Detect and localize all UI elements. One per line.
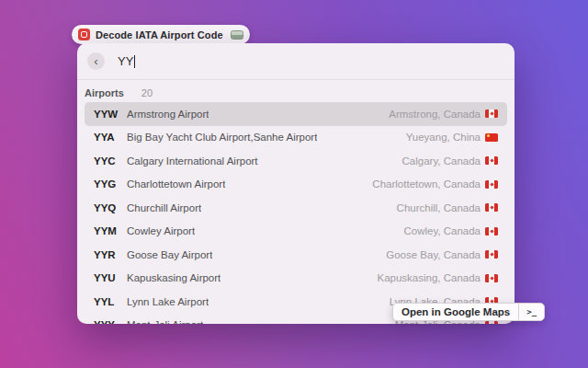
- airport-code: YYU: [94, 272, 127, 283]
- airport-row[interactable]: YYA Big Bay Yacht Club Airport,Sanhe Air…: [85, 126, 507, 150]
- airport-code: YYY: [94, 319, 127, 324]
- country-flag-icon: [485, 156, 498, 165]
- text-caret: [134, 55, 135, 68]
- terminal-shortcut-icon: >_: [519, 304, 544, 320]
- open-in-google-maps-action[interactable]: Open in Google Maps >_: [392, 303, 545, 321]
- airport-location: Kapuskasing, Canada: [377, 272, 481, 283]
- action-label: Open in Google Maps: [393, 306, 518, 317]
- airport-name: Big Bay Yacht Club Airport,Sanhe Airport: [127, 132, 317, 143]
- airport-row[interactable]: YYW Armstrong Airport Armstrong, Canada: [85, 102, 507, 126]
- airport-code: YYR: [94, 249, 127, 260]
- airport-code: YYQ: [94, 202, 127, 213]
- airport-row[interactable]: YYC Calgary International Airport Calgar…: [85, 149, 507, 173]
- airport-name: Charlottetown Airport: [127, 178, 225, 190]
- airport-row[interactable]: YYM Cowley Airport Cowley, Canada: [85, 220, 507, 244]
- airport-list: YYW Armstrong Airport Armstrong, Canada …: [77, 102, 514, 324]
- airport-name: Churchill Airport: [127, 202, 201, 213]
- search-input[interactable]: YY: [118, 54, 135, 68]
- airport-name: Armstrong Airport: [127, 109, 209, 120]
- section-header: Airports 20: [77, 80, 514, 102]
- country-flag-icon: [485, 227, 498, 236]
- airport-location: Cowley, Canada: [403, 225, 481, 236]
- back-button[interactable]: ‹: [87, 52, 105, 70]
- airport-name: Lynn Lake Airport: [127, 296, 209, 307]
- airport-code: YYL: [94, 296, 127, 307]
- airport-location: Churchill, Canada: [397, 202, 481, 213]
- printer-icon: [231, 30, 243, 40]
- search-value: YY: [118, 54, 133, 68]
- country-flag-icon: [485, 203, 498, 212]
- airport-code: YYM: [94, 225, 127, 236]
- airport-name: Kapuskasing Airport: [127, 272, 220, 283]
- extension-icon: [78, 29, 90, 40]
- launcher-panel: ‹ YY Airports 20 YYW Armstrong Airport A…: [77, 43, 514, 324]
- airport-code: YYW: [94, 109, 127, 120]
- airport-row[interactable]: YYR Goose Bay Airport Goose Bay, Canada: [85, 243, 507, 267]
- airport-name: Cowley Airport: [127, 225, 195, 236]
- country-flag-icon: [485, 250, 498, 259]
- airport-row[interactable]: YYU Kapuskasing Airport Kapuskasing, Can…: [85, 267, 507, 291]
- airport-row[interactable]: YYG Charlottetown Airport Charlottetown,…: [85, 173, 507, 197]
- airport-code: YYG: [94, 178, 127, 190]
- airport-location: Goose Bay, Canada: [386, 249, 481, 260]
- country-flag-icon: [485, 133, 498, 142]
- country-flag-icon: [485, 274, 498, 282]
- airport-row[interactable]: YYQ Churchill Airport Churchill, Canada: [85, 196, 507, 220]
- airport-name: Goose Bay Airport: [127, 249, 212, 260]
- airport-location: Charlottetown, Canada: [372, 178, 481, 190]
- airport-name: Calgary International Airport: [127, 155, 258, 167]
- search-bar: ‹ YY: [77, 43, 514, 79]
- country-flag-icon: [485, 321, 498, 324]
- section-count: 20: [141, 87, 153, 98]
- airport-code: YYA: [94, 132, 127, 143]
- extension-title: Decode IATA Airport Code: [96, 29, 223, 40]
- section-title: Airports: [85, 87, 124, 98]
- airport-location: Calgary, Canada: [402, 155, 481, 167]
- airport-name: Mont-Joli Airport: [127, 319, 203, 324]
- country-flag-icon: [485, 180, 498, 189]
- airport-code: YYC: [94, 155, 127, 167]
- extension-title-badge[interactable]: Decode IATA Airport Code: [72, 25, 250, 44]
- airport-location: Yueyang, China: [406, 132, 481, 143]
- country-flag-icon: [485, 109, 498, 118]
- airport-location: Armstrong, Canada: [389, 109, 481, 120]
